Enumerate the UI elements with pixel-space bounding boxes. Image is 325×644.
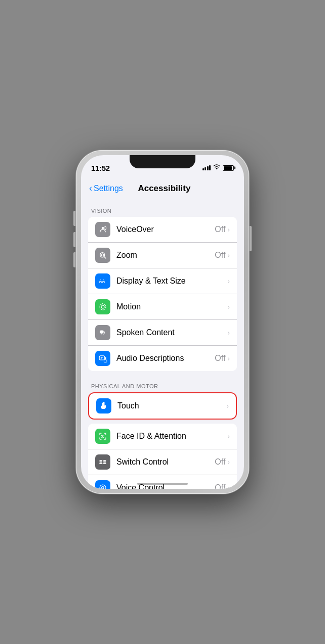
svg-point-7	[102, 303, 103, 304]
motion-label: Motion	[116, 302, 227, 311]
voice-control-value: Off	[215, 483, 225, 489]
switch-control-value: Off	[215, 457, 225, 467]
motion-icon	[95, 299, 110, 314]
svg-text:AA: AA	[99, 279, 105, 284]
spoken-icon	[95, 325, 110, 340]
display-text-icon: AA	[95, 273, 110, 289]
zoom-chevron: ›	[227, 251, 230, 259]
page-title: Accessibility	[123, 183, 206, 194]
back-label: Settings	[94, 184, 123, 193]
display-text-label: Display & Text Size	[116, 277, 227, 286]
svg-point-18	[102, 487, 104, 489]
battery-icon	[223, 165, 234, 171]
voice-control-chevron: ›	[227, 484, 230, 489]
physical-group: Face ID & Attention › Switch Control	[88, 424, 237, 489]
settings-row-display-text[interactable]: AA Display & Text Size ›	[88, 268, 237, 294]
voiceover-value: Off	[215, 225, 225, 234]
section-label-physical: PHYSICAL AND MOTOR	[81, 375, 244, 392]
notch	[130, 155, 195, 168]
spoken-label: Spoken Content	[116, 328, 227, 337]
nav-bar: ‹ Settings Accessibility	[81, 177, 244, 200]
settings-row-motion[interactable]: Motion ›	[88, 294, 237, 320]
settings-row-voice-control[interactable]: Voice Control Off ›	[88, 475, 237, 489]
motion-chevron: ›	[227, 303, 230, 311]
phone-screen: 11:52	[81, 155, 244, 489]
settings-row-face-id[interactable]: Face ID & Attention ›	[88, 424, 237, 449]
svg-point-6	[100, 304, 106, 310]
face-id-chevron: ›	[227, 432, 230, 440]
zoom-value: Off	[215, 251, 225, 260]
svg-rect-8	[100, 331, 104, 334]
voiceover-label: VoiceOver	[116, 225, 215, 234]
vision-group: VoiceOver Off › Zoom Off ›	[88, 217, 237, 371]
settings-row-zoom[interactable]: Zoom Off ›	[88, 243, 237, 268]
switch-control-label: Switch Control	[116, 457, 215, 467]
face-id-label: Face ID & Attention	[116, 432, 227, 441]
face-id-icon	[95, 429, 110, 444]
settings-row-audio-desc[interactable]: " Audio Descriptions Off ›	[88, 346, 237, 371]
phone-frame: 11:52	[76, 150, 249, 494]
switch-control-icon	[95, 454, 110, 470]
back-chevron-icon: ‹	[89, 183, 92, 194]
settings-row-voiceover[interactable]: VoiceOver Off ›	[88, 217, 237, 243]
back-button[interactable]: ‹ Settings	[89, 183, 123, 194]
switch-control-chevron: ›	[227, 458, 230, 466]
audio-desc-icon: "	[95, 351, 110, 366]
svg-point-0	[102, 227, 104, 229]
svg-rect-14	[103, 460, 106, 462]
svg-point-3	[101, 254, 104, 256]
signal-icon	[202, 165, 211, 170]
wifi-icon	[213, 164, 220, 172]
touch-icon	[96, 398, 111, 413]
touch-label: Touch	[117, 401, 226, 410]
settings-row-spoken[interactable]: Spoken Content ›	[88, 320, 237, 346]
audio-desc-value: Off	[215, 354, 225, 363]
touch-chevron: ›	[226, 402, 229, 410]
zoom-icon	[95, 248, 110, 263]
svg-point-5	[101, 305, 104, 308]
voiceover-chevron: ›	[227, 225, 230, 234]
audio-desc-label: Audio Descriptions	[116, 354, 215, 363]
voiceover-icon	[95, 222, 110, 237]
svg-line-2	[104, 257, 106, 258]
display-text-chevron: ›	[227, 277, 230, 285]
settings-row-touch[interactable]: Touch ›	[89, 393, 236, 419]
zoom-label: Zoom	[116, 251, 215, 260]
home-indicator	[137, 483, 188, 485]
touch-highlighted-row[interactable]: Touch ›	[88, 392, 237, 420]
status-time: 11:52	[91, 164, 110, 172]
svg-rect-13	[99, 463, 102, 464]
voice-control-icon	[95, 480, 110, 489]
spoken-chevron: ›	[227, 329, 230, 337]
settings-content: VISION VoiceOver Off ›	[81, 200, 244, 489]
svg-rect-12	[99, 460, 102, 462]
status-icons	[202, 164, 234, 172]
audio-desc-chevron: ›	[227, 354, 230, 362]
settings-row-switch-control[interactable]: Switch Control Off ›	[88, 449, 237, 475]
section-label-vision: VISION	[81, 200, 244, 217]
svg-rect-15	[103, 463, 106, 464]
